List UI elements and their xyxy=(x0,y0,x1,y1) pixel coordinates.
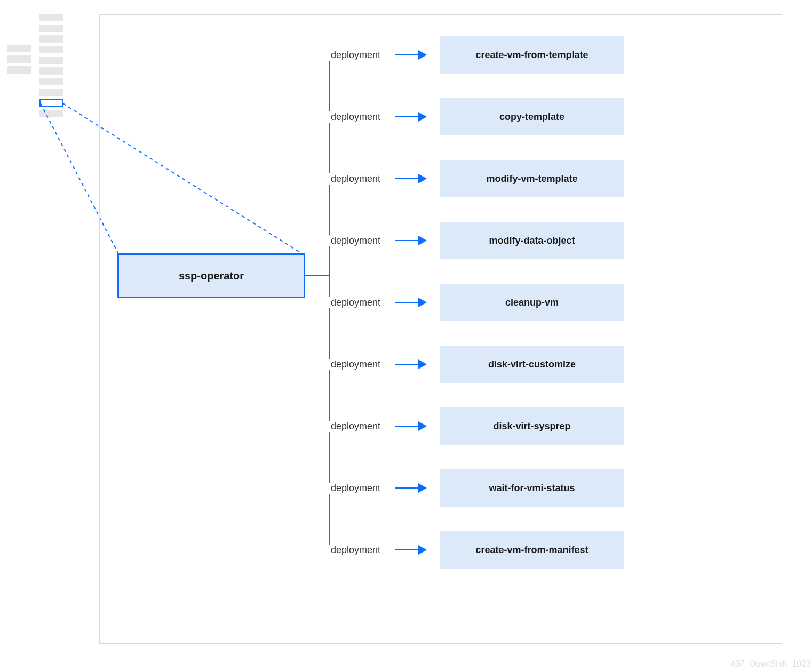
footer-label: 467_OpenShift_1023 xyxy=(730,659,811,669)
mini-bar xyxy=(39,78,63,85)
mini-bar xyxy=(39,89,63,96)
mini-stack-right xyxy=(39,14,63,121)
edge-label: deployment xyxy=(314,50,395,61)
deployment-row: deployment copy-template xyxy=(314,98,629,135)
target-box: wait-for-vmi-status xyxy=(440,469,624,507)
arrow-shaft xyxy=(395,116,418,117)
edge-label: deployment xyxy=(314,173,395,185)
mini-bar xyxy=(39,25,63,32)
deployment-row: deployment create-vm-from-template xyxy=(314,36,629,74)
arrow-head-icon xyxy=(418,359,427,369)
arrow-head-icon xyxy=(418,50,427,60)
trunk-horizontal xyxy=(305,275,330,276)
target-box: cleanup-vm xyxy=(440,284,624,321)
arrow-shaft xyxy=(395,302,418,303)
target-box: create-vm-from-manifest xyxy=(440,531,624,569)
deployment-row: deployment wait-for-vmi-status xyxy=(314,469,629,507)
deployment-row: deployment disk-virt-sysprep xyxy=(314,407,629,445)
edge-label: deployment xyxy=(314,545,395,556)
arrow-head-icon xyxy=(418,483,427,493)
edge-label: deployment xyxy=(314,483,395,494)
mini-bar xyxy=(39,35,63,43)
arrow-head-icon xyxy=(418,174,427,183)
target-box: modify-data-object xyxy=(440,222,624,259)
arrow-head-icon xyxy=(418,112,427,122)
deployment-row: deployment disk-virt-customize xyxy=(314,346,629,383)
operator-label: ssp-operator xyxy=(179,270,244,282)
edge-label: deployment xyxy=(314,111,395,123)
arrow-head-icon xyxy=(418,236,427,245)
arrow-shaft xyxy=(395,54,418,55)
edge-label: deployment xyxy=(314,421,395,432)
mini-bar xyxy=(7,45,31,52)
target-box: modify-vm-template xyxy=(440,160,624,197)
arrow-shaft xyxy=(395,549,418,550)
mini-bar xyxy=(7,55,31,63)
mini-bar xyxy=(39,67,63,75)
target-box: disk-virt-customize xyxy=(440,346,624,383)
mini-bar xyxy=(7,66,31,74)
arrow-head-icon xyxy=(418,545,427,555)
mini-bar xyxy=(39,57,63,64)
mini-bar-highlight xyxy=(39,99,63,107)
edge-label: deployment xyxy=(314,235,395,246)
mini-bar xyxy=(39,14,63,21)
deployment-row: deployment modify-data-object xyxy=(314,222,629,259)
arrow-head-icon xyxy=(418,298,427,307)
edge-label: deployment xyxy=(314,297,395,308)
arrow-shaft xyxy=(395,240,418,241)
mini-stack-left xyxy=(7,45,31,77)
deployment-row: deployment cleanup-vm xyxy=(314,284,629,321)
mini-bar xyxy=(39,110,63,117)
arrow-shaft xyxy=(395,178,418,179)
arrow-shaft xyxy=(395,426,418,427)
target-box: copy-template xyxy=(440,98,624,135)
deployment-row: deployment create-vm-from-manifest xyxy=(314,531,629,569)
arrow-shaft xyxy=(395,364,418,365)
mini-bar xyxy=(39,46,63,53)
arrow-head-icon xyxy=(418,421,427,431)
target-box: disk-virt-sysprep xyxy=(440,407,624,445)
target-box: create-vm-from-template xyxy=(440,36,624,74)
arrow-shaft xyxy=(395,487,418,489)
deployment-row: deployment modify-vm-template xyxy=(314,160,629,197)
ssp-operator-box: ssp-operator xyxy=(117,253,305,298)
edge-label: deployment xyxy=(314,359,395,370)
